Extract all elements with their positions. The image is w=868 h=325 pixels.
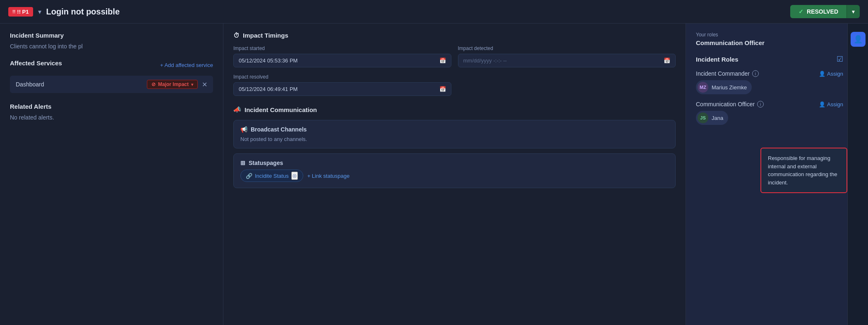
resolved-dropdown-button[interactable]: ▾: [846, 5, 860, 18]
impact-started-input[interactable]: 05/12/2024 05:53:36 PM 📅: [233, 54, 451, 67]
impact-started-label: Impact started: [233, 45, 451, 51]
impact-started-field: Impact started 05/12/2024 05:53:36 PM 📅: [233, 45, 451, 67]
link-statuspage-button[interactable]: + Link statuspage: [307, 173, 350, 179]
communication-officer-role: Communication Officer i 👤 Assign JS Jana: [696, 101, 843, 125]
statuspage-row: 🔗 Incidite Status ⊗ + Link statuspage: [240, 170, 669, 182]
clock-icon: ⏱: [233, 32, 240, 39]
exclaim-icon: !!: [12, 9, 15, 14]
impact-chevron-icon: ▾: [191, 82, 193, 87]
statuspages-card: ⊞ Statuspages 🔗 Incidite Status ⊗ + Link…: [233, 153, 676, 188]
impact-detected-field: Impact detected mm/dd/yyyy -:-:- -- 📅: [458, 45, 676, 67]
incident-roles-header: Incident Roles ☑: [696, 55, 843, 64]
incident-communication-section: 📣 Incident Communication 📢 Broadcast Cha…: [233, 106, 676, 188]
affected-services-title: Affected Services: [10, 60, 62, 67]
resolved-label: RESOLVED: [807, 8, 838, 15]
broadcast-channels-title: 📢 Broadcast Channels: [240, 126, 669, 133]
impact-detected-label: Impact detected: [458, 45, 676, 51]
add-affected-service-button[interactable]: + Add affected service: [160, 62, 213, 68]
link-statuspage-label: + Link statuspage: [307, 173, 350, 179]
statuspage-tag: 🔗 Incidite Status ⊗: [240, 170, 303, 182]
resolved-group: ✓ RESOLVED ▾: [790, 5, 860, 18]
tooltip-text: Responsible for managing internal and ex…: [768, 155, 837, 186]
impact-icon: ⊘: [151, 81, 156, 87]
impact-resolved-input[interactable]: 05/12/2024 06:49:41 PM 📅: [233, 82, 451, 96]
side-person-button[interactable]: 👤: [851, 32, 866, 47]
side-icon-panel: 👤: [847, 24, 868, 325]
chevron-down-icon: ▾: [38, 8, 41, 15]
incident-roles-title: Incident Roles: [696, 56, 739, 63]
jana-name: Jana: [712, 115, 723, 121]
impact-timings-title: ⏱ Impact Timings: [233, 32, 676, 39]
communication-officer-tooltip: Responsible for managing internal and ex…: [760, 148, 847, 193]
priority-label: !! P1: [17, 9, 29, 15]
remove-statuspage-button[interactable]: ⊗: [291, 172, 298, 180]
incident-commander-label-row: Incident Commander i 👤 Assign: [696, 70, 843, 77]
incident-comm-title: 📣 Incident Communication: [233, 106, 676, 113]
check-icon: ✓: [798, 8, 803, 15]
checkbox-icon: ☑: [837, 55, 843, 64]
incident-commander-info-icon[interactable]: i: [752, 70, 759, 77]
resolved-button[interactable]: ✓ RESOLVED: [790, 5, 846, 18]
incident-summary-text: Clients cannot log into the pl: [10, 43, 213, 50]
your-roles-label: Your roles: [696, 32, 843, 38]
marius-ziemke-name: Marius Ziemke: [712, 84, 747, 91]
incident-summary-title: Incident Summary: [10, 32, 213, 39]
middle-panel: ⏱ Impact Timings Impact started 05/12/20…: [223, 24, 686, 325]
impact-detected-input[interactable]: mm/dd/yyyy -:-:- -- 📅: [458, 54, 676, 67]
assign-person-icon: 👤: [819, 71, 825, 77]
service-name: Dashboard: [16, 81, 143, 88]
impact-label: Major Impact: [158, 81, 189, 87]
your-role-value: Communication Officer: [696, 39, 843, 46]
statuspage-icon: ⊞: [240, 160, 245, 166]
add-service-label: + Add affected service: [160, 62, 213, 68]
main-layout: Incident Summary Clients cannot log into…: [0, 24, 868, 325]
communication-officer-info-icon[interactable]: i: [757, 101, 764, 108]
statuspages-title: ⊞ Statuspages: [240, 160, 669, 166]
incident-commander-role: Incident Commander i 👤 Assign MZ Marius …: [696, 70, 843, 94]
impact-started-value: 05/12/2024 05:53:36 PM: [239, 57, 297, 64]
header: !! !! P1 ▾ Login not possible ✓ RESOLVED…: [0, 0, 868, 24]
calendar-icon-3: 📅: [439, 86, 446, 92]
broadcast-channels-text: Not posted to any channels.: [240, 136, 669, 142]
jana-avatar: JS: [698, 112, 708, 123]
remove-service-button[interactable]: ✕: [202, 81, 207, 88]
calendar-icon: 📅: [439, 57, 446, 64]
side-person-icon: 👤: [854, 35, 863, 44]
communication-officer-label: Communication Officer i: [696, 101, 764, 108]
related-alerts-title: Related Alerts: [10, 103, 213, 110]
marius-ziemke-avatar: MZ: [698, 82, 708, 93]
communication-officer-label-row: Communication Officer i 👤 Assign: [696, 101, 843, 108]
communication-officer-user-chip: JS Jana: [696, 111, 728, 125]
priority-chevron-button[interactable]: ▾: [38, 8, 41, 16]
incident-commander-user-chip: MZ Marius Ziemke: [696, 80, 752, 94]
impact-resolved-label: Impact resolved: [233, 74, 451, 80]
right-panel: Your roles Communication Officer Inciden…: [686, 24, 868, 325]
no-alerts-text: No related alerts.: [10, 114, 213, 121]
megaphone-icon: 📣: [233, 106, 241, 113]
priority-badge: !! !! P1: [8, 7, 33, 17]
calendar-icon-2: 📅: [664, 57, 670, 64]
impact-badge: ⊘ Major Impact ▾: [147, 80, 198, 89]
incident-commander-assign-button[interactable]: 👤 Assign: [819, 71, 843, 77]
incident-title: Login not possible: [46, 7, 786, 17]
timing-grid: Impact started 05/12/2024 05:53:36 PM 📅 …: [233, 45, 676, 96]
impact-detected-placeholder: mm/dd/yyyy -:-:- --: [463, 57, 507, 64]
left-panel: Incident Summary Clients cannot log into…: [0, 24, 223, 325]
incident-commander-label: Incident Commander i: [696, 70, 759, 77]
impact-resolved-value: 05/12/2024 06:49:41 PM: [239, 86, 297, 92]
impact-resolved-field: Impact resolved 05/12/2024 06:49:41 PM 📅: [233, 74, 451, 96]
service-row: Dashboard ⊘ Major Impact ▾ ✕: [10, 76, 213, 93]
statuspage-tag-label: Incidite Status: [255, 173, 289, 179]
link-icon: 🔗: [246, 173, 252, 179]
broadcast-channels-card: 📢 Broadcast Channels Not posted to any c…: [233, 120, 676, 148]
affected-services-header: Affected Services + Add affected service: [10, 60, 213, 71]
broadcast-icon: 📢: [240, 126, 247, 133]
communication-officer-assign-button[interactable]: 👤 Assign: [819, 101, 843, 108]
assign-person-icon-2: 👤: [819, 101, 825, 108]
